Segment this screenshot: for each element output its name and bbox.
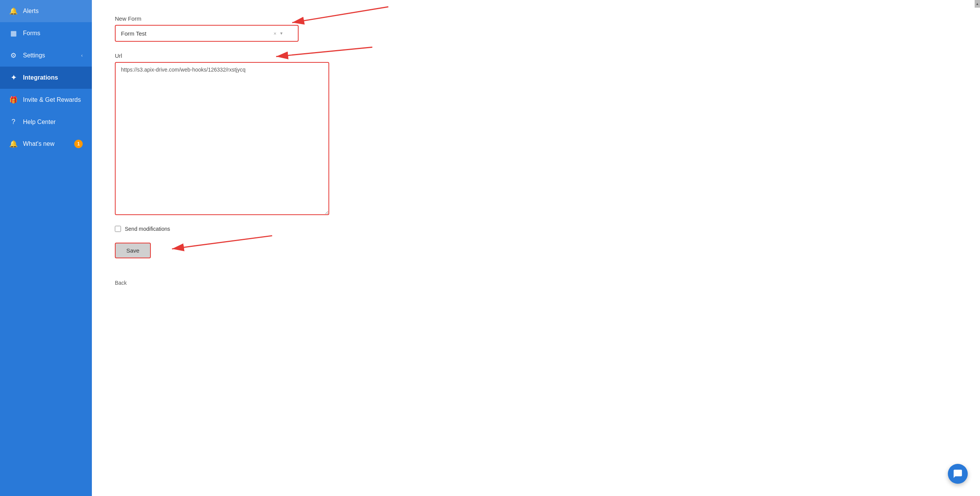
sidebar-item-alerts[interactable]: 🔔Alerts — [0, 0, 92, 22]
url-textarea[interactable] — [115, 62, 329, 215]
sidebar-label-alerts: Alerts — [23, 8, 39, 15]
sidebar: 🔔Alerts▦Forms⚙Settings‹✦Integrations🎁Inv… — [0, 0, 92, 496]
sidebar-label-integrations: Integrations — [23, 74, 58, 81]
sidebar-icon-alerts: 🔔 — [9, 7, 18, 15]
main-content: ▲ New Form — [92, 0, 980, 496]
chat-icon — [953, 469, 963, 479]
sidebar-item-whats-new[interactable]: 🔔What's new1 — [0, 133, 92, 155]
sidebar-label-settings: Settings — [23, 52, 45, 59]
sidebar-icon-integrations: ✦ — [9, 73, 18, 82]
form-select-value: Form Test — [121, 30, 273, 37]
sidebar-chevron-settings: ‹ — [81, 53, 83, 58]
form-select-wrapper: Form Test × ▾ — [115, 25, 299, 42]
url-group: Url — [115, 52, 413, 215]
sidebar-label-forms: Forms — [23, 30, 40, 37]
send-modifications-label: Send modifications — [125, 226, 170, 232]
save-button[interactable]: Save — [115, 243, 151, 258]
sidebar-label-whats-new: What's new — [23, 140, 54, 147]
scroll-up-button[interactable]: ▲ — [975, 0, 980, 8]
sidebar-badge-whats-new: 1 — [74, 140, 83, 148]
sidebar-icon-whats-new: 🔔 — [9, 140, 18, 148]
sidebar-item-invite[interactable]: 🎁Invite & Get Rewards — [0, 89, 92, 111]
url-textarea-wrapper — [115, 62, 329, 215]
new-form-group: New Form Form Test × ▾ — [115, 15, 413, 42]
sidebar-icon-settings: ⚙ — [9, 51, 18, 60]
new-form-label: New Form — [115, 15, 413, 22]
form-select[interactable]: Form Test × ▾ — [115, 25, 299, 42]
form-container: New Form Form Test × ▾ Url Send modifi — [92, 0, 436, 309]
sidebar-icon-help: ? — [9, 118, 18, 126]
send-modifications-row: Send modifications — [115, 226, 413, 232]
select-controls: × ▾ — [273, 31, 283, 36]
select-clear-icon[interactable]: × — [273, 31, 276, 36]
sidebar-item-forms[interactable]: ▦Forms — [0, 22, 92, 44]
sidebar-label-invite: Invite & Get Rewards — [23, 96, 81, 103]
back-link[interactable]: Back — [115, 280, 127, 286]
sidebar-icon-forms: ▦ — [9, 29, 18, 38]
svg-line-5 — [172, 236, 272, 249]
sidebar-item-settings[interactable]: ⚙Settings‹ — [0, 44, 92, 67]
select-arrow-icon[interactable]: ▾ — [280, 31, 283, 36]
sidebar-item-integrations[interactable]: ✦Integrations — [0, 67, 92, 89]
sidebar-icon-invite: 🎁 — [9, 96, 18, 104]
send-modifications-checkbox[interactable] — [115, 226, 121, 232]
sidebar-label-help: Help Center — [23, 119, 56, 126]
chat-bubble[interactable] — [948, 464, 968, 484]
sidebar-item-help[interactable]: ?Help Center — [0, 111, 92, 133]
url-label: Url — [115, 52, 413, 59]
